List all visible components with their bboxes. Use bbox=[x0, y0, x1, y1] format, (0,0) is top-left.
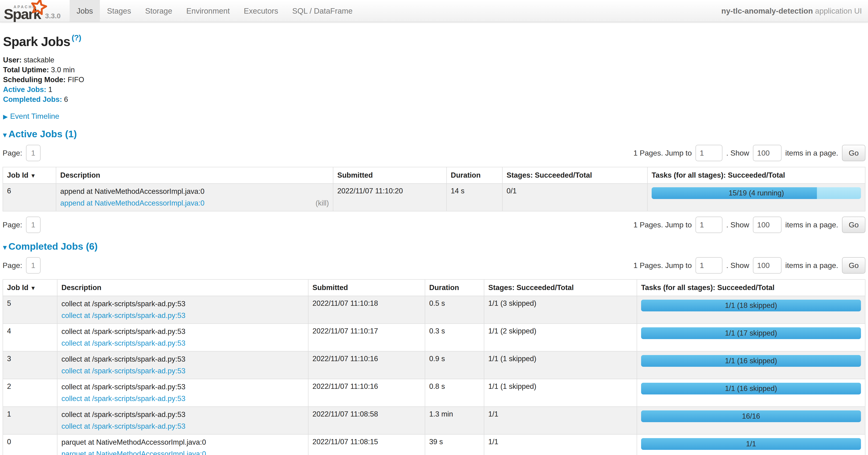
jump-to-input[interactable] bbox=[695, 217, 722, 233]
summary-uptime: Total Uptime: 3.0 min bbox=[3, 65, 865, 75]
spark-logo[interactable]: APACHE Spark 3.3.0 bbox=[0, 0, 65, 22]
job-id-cell: 0 bbox=[3, 434, 57, 455]
completed-jobs-section-header[interactable]: ▾Completed Jobs (6) bbox=[3, 241, 865, 252]
page-number-input[interactable] bbox=[26, 217, 40, 233]
task-progress-bar: 1/1 (16 skipped) bbox=[641, 383, 861, 395]
event-timeline-toggle[interactable]: ▶Event Timeline bbox=[3, 112, 865, 121]
tasks-cell: 1/1 bbox=[637, 434, 865, 455]
page-title: Spark Jobs(?) bbox=[3, 33, 865, 49]
description-cell: collect at /spark-scripts/spark-ad.py:53… bbox=[57, 379, 308, 407]
active-jobs-link[interactable]: Active Jobs: bbox=[3, 85, 46, 94]
items-text: items in a page. bbox=[785, 221, 838, 229]
job-detail-link[interactable]: collect at /spark-scripts/spark-ad.py:53 bbox=[61, 339, 185, 347]
job-description: append at NativeMethodAccessorImpl.java:… bbox=[60, 187, 329, 196]
submitted-cell: 2022/11/07 11:10:20 bbox=[333, 183, 446, 211]
stages-cell: 1/1 bbox=[484, 407, 637, 434]
submitted-cell: 2022/11/07 11:10:16 bbox=[308, 379, 425, 407]
col-submitted[interactable]: Submitted bbox=[333, 167, 446, 183]
job-summary: User: stackable Total Uptime: 3.0 min Sc… bbox=[3, 55, 865, 105]
tasks-cell: 1/1 (16 skipped) bbox=[637, 351, 865, 379]
job-detail-link[interactable]: parquet at NativeMethodAccessorImpl.java… bbox=[61, 450, 206, 455]
col-duration[interactable]: Duration bbox=[446, 167, 502, 183]
submitted-cell: 2022/11/07 11:08:58 bbox=[308, 407, 425, 434]
kill-link[interactable]: (kill) bbox=[315, 199, 329, 208]
go-button[interactable]: Go bbox=[842, 145, 865, 161]
progress-label: 1/1 (17 skipped) bbox=[641, 328, 861, 339]
show-items-input[interactable] bbox=[753, 257, 781, 274]
job-detail-link[interactable]: append at NativeMethodAccessorImpl.java:… bbox=[60, 199, 205, 207]
completed-jobs-link[interactable]: Completed Jobs: bbox=[3, 95, 62, 104]
summary-completed-jobs: Completed Jobs: 6 bbox=[3, 94, 865, 105]
job-detail-link[interactable]: collect at /spark-scripts/spark-ad.py:53 bbox=[61, 367, 185, 375]
task-progress-bar: 16/16 bbox=[641, 410, 861, 422]
stages-cell: 1/1 (1 skipped) bbox=[484, 379, 637, 407]
table-row: 5 collect at /spark-scripts/spark-ad.py:… bbox=[3, 296, 865, 323]
stages-cell: 1/1 (2 skipped) bbox=[484, 323, 637, 351]
navbar: APACHE Spark 3.3.0 Jobs Stages Storage E… bbox=[0, 0, 868, 22]
tasks-cell: 15/19 (4 running) bbox=[647, 183, 865, 211]
col-submitted[interactable]: Submitted bbox=[308, 280, 425, 296]
tasks-cell: 1/1 (17 skipped) bbox=[637, 323, 865, 351]
progress-label: 16/16 bbox=[641, 410, 861, 422]
pagination-active-bottom: Page: 1 Pages. Jump to . Show items in a… bbox=[3, 217, 865, 233]
tab-environment[interactable]: Environment bbox=[179, 0, 237, 22]
go-button[interactable]: Go bbox=[842, 217, 865, 233]
col-description[interactable]: Description bbox=[56, 167, 333, 183]
items-text: items in a page. bbox=[785, 261, 838, 270]
job-description: collect at /spark-scripts/spark-ad.py:53 bbox=[61, 354, 304, 364]
job-id-cell: 5 bbox=[3, 296, 57, 323]
progress-label: 1/1 bbox=[641, 438, 861, 450]
submitted-cell: 2022/11/07 11:10:16 bbox=[308, 351, 425, 379]
col-tasks[interactable]: Tasks (for all stages): Succeeded/Total bbox=[637, 280, 865, 296]
tab-executors[interactable]: Executors bbox=[237, 0, 285, 22]
table-row: 2 collect at /spark-scripts/spark-ad.py:… bbox=[3, 379, 865, 407]
progress-label: 1/1 (18 skipped) bbox=[641, 300, 861, 311]
col-stages[interactable]: Stages: Succeeded/Total bbox=[502, 167, 647, 183]
active-jobs-section-header[interactable]: ▾Active Jobs (1) bbox=[3, 129, 865, 140]
expanded-arrow-icon: ▾ bbox=[3, 131, 6, 139]
submitted-cell: 2022/11/07 11:10:17 bbox=[308, 323, 425, 351]
stages-cell: 1/1 bbox=[484, 434, 637, 455]
col-description[interactable]: Description bbox=[57, 280, 308, 296]
task-progress-bar: 15/19 (4 running) bbox=[652, 187, 861, 199]
page-label: Page: bbox=[3, 261, 22, 270]
col-stages[interactable]: Stages: Succeeded/Total bbox=[484, 280, 637, 296]
pages-jump-text: 1 Pages. Jump to bbox=[633, 261, 692, 270]
application-name: ny-tlc-anomaly-detection application UI bbox=[721, 0, 868, 22]
stages-cell: 0/1 bbox=[502, 183, 647, 211]
show-items-input[interactable] bbox=[753, 217, 781, 233]
pages-jump-text: 1 Pages. Jump to bbox=[633, 221, 692, 229]
submitted-cell: 2022/11/07 11:08:15 bbox=[308, 434, 425, 455]
tab-storage[interactable]: Storage bbox=[138, 0, 179, 22]
help-link[interactable]: (?) bbox=[72, 33, 81, 42]
col-tasks[interactable]: Tasks (for all stages): Succeeded/Total bbox=[647, 167, 865, 183]
tab-jobs[interactable]: Jobs bbox=[70, 0, 100, 22]
col-job-id[interactable]: Job Id▼ bbox=[3, 280, 57, 296]
page-label: Page: bbox=[3, 221, 22, 229]
duration-cell: 0.9 s bbox=[425, 351, 484, 379]
job-detail-link[interactable]: collect at /spark-scripts/spark-ad.py:53 bbox=[61, 311, 185, 320]
page-number-input[interactable] bbox=[26, 257, 40, 274]
go-button[interactable]: Go bbox=[842, 257, 865, 274]
jump-to-input[interactable] bbox=[695, 145, 722, 161]
jump-to-input[interactable] bbox=[695, 257, 722, 274]
page-number-input[interactable] bbox=[26, 145, 40, 161]
duration-cell: 39 s bbox=[425, 434, 484, 455]
application-name-suffix: application UI bbox=[813, 6, 862, 15]
job-detail-link[interactable]: collect at /spark-scripts/spark-ad.py:53 bbox=[61, 422, 185, 430]
col-job-id[interactable]: Job Id▼ bbox=[3, 167, 56, 183]
duration-cell: 0.8 s bbox=[425, 379, 484, 407]
duration-cell: 14 s bbox=[446, 183, 502, 211]
tasks-cell: 1/1 (16 skipped) bbox=[637, 379, 865, 407]
job-id-cell: 6 bbox=[3, 183, 56, 211]
sort-desc-icon: ▼ bbox=[30, 172, 36, 179]
nav-tabs: Jobs Stages Storage Environment Executor… bbox=[70, 0, 360, 22]
job-id-cell: 3 bbox=[3, 351, 57, 379]
col-duration[interactable]: Duration bbox=[425, 280, 484, 296]
tab-sql-dataframe[interactable]: SQL / DataFrame bbox=[285, 0, 360, 22]
pagination-completed-top: Page: 1 Pages. Jump to . Show items in a… bbox=[3, 257, 865, 274]
pages-jump-text: 1 Pages. Jump to bbox=[633, 149, 692, 158]
job-detail-link[interactable]: collect at /spark-scripts/spark-ad.py:53 bbox=[61, 395, 185, 403]
tab-stages[interactable]: Stages bbox=[100, 0, 138, 22]
show-items-input[interactable] bbox=[753, 145, 781, 161]
